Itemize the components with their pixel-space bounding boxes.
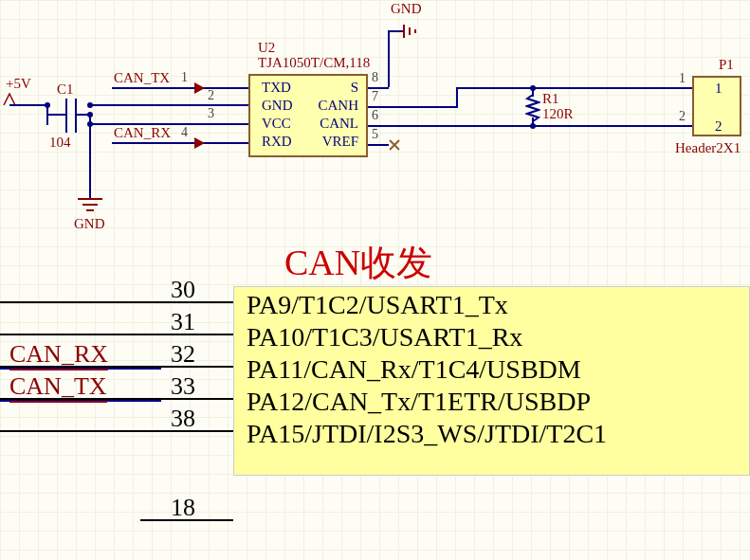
mcu-pin-stub xyxy=(0,430,233,432)
u2-pin1-num: 1 xyxy=(181,70,188,85)
u2-pin3-name: VCC xyxy=(262,116,291,132)
schematic-title: CAN收发 xyxy=(284,239,432,287)
u2-pin2-name: GND xyxy=(262,98,293,114)
wire xyxy=(46,114,48,125)
u2-pin3-num: 3 xyxy=(208,106,214,121)
c1-value: 104 xyxy=(49,135,71,151)
arrow-icon xyxy=(193,136,207,150)
p1-pin2-label: 2 xyxy=(715,118,723,135)
u2-pin6-num: 6 xyxy=(372,108,378,123)
net-canrx: CAN_RX xyxy=(114,125,171,141)
net-5v: +5V xyxy=(6,76,31,92)
wire xyxy=(112,142,248,144)
u2-pin5-num: 5 xyxy=(372,127,378,142)
u2-pin1-name: TXD xyxy=(262,80,291,96)
junction xyxy=(530,123,536,129)
mcu-net-cantx: CAN_TX xyxy=(9,372,107,403)
arrow-icon xyxy=(193,81,207,95)
p1-ref: P1 xyxy=(719,57,734,73)
wire xyxy=(368,144,389,146)
mcu-pin33-func: PA12/CAN_Tx/T1ETR/USBDP xyxy=(247,387,591,417)
net-gnd-left: GND xyxy=(74,216,105,232)
mcu-pin18-num: 18 xyxy=(171,494,195,522)
c1-ref: C1 xyxy=(57,81,74,98)
wire xyxy=(112,87,248,89)
r1-value: 120R xyxy=(542,106,574,122)
mcu-pin32-func: PA11/CAN_Rx/T1C4/USBDM xyxy=(247,354,581,385)
wire xyxy=(675,125,692,127)
mcu-pin30-func: PA9/T1C2/USART1_Tx xyxy=(247,290,508,320)
wire xyxy=(89,104,248,106)
wire xyxy=(388,30,390,87)
u2-pin8-num: 8 xyxy=(372,70,378,85)
p1-pin1-num: 1 xyxy=(679,71,686,86)
wire xyxy=(9,104,47,106)
gnd-symbol-icon xyxy=(74,197,106,216)
mcu-pin30-num: 30 xyxy=(171,276,195,304)
mcu-pin-stub xyxy=(0,334,233,335)
wire xyxy=(456,87,458,108)
wire xyxy=(456,125,676,127)
wire xyxy=(368,106,457,108)
mcu-pin33-num: 33 xyxy=(171,372,195,401)
u2-pin4-name: RXD xyxy=(262,134,292,150)
no-connect-icon xyxy=(388,138,401,152)
wire xyxy=(675,87,692,89)
mcu-pin38-num: 38 xyxy=(171,405,195,433)
gnd-symbol-icon xyxy=(400,19,427,44)
u2-pin8-name: S xyxy=(305,80,358,96)
u2-pin7-num: 7 xyxy=(372,89,378,104)
net-gnd-top: GND xyxy=(391,1,422,17)
junction xyxy=(530,85,536,91)
junction xyxy=(87,102,93,108)
wire xyxy=(368,125,457,127)
u2-pin5-name: VREF xyxy=(305,134,358,150)
mcu-pin31-num: 31 xyxy=(171,308,195,336)
wire xyxy=(456,87,676,89)
wire xyxy=(47,114,66,116)
mcu-net-canrx: CAN_RX xyxy=(9,340,108,370)
u2-pin2-num: 2 xyxy=(208,88,214,103)
mcu-pin31-func: PA10/T1C3/USART1_Rx xyxy=(247,322,522,352)
p1-part: Header2X1 xyxy=(675,140,741,156)
net-cantx: CAN_TX xyxy=(114,70,170,86)
resistor-icon xyxy=(525,95,540,121)
p1-pin1-label: 1 xyxy=(715,81,723,97)
u2-ref: U2 xyxy=(258,40,275,56)
u2-pin4-num: 4 xyxy=(181,125,188,140)
junction xyxy=(87,121,93,127)
mcu-pin32-num: 32 xyxy=(171,340,195,369)
p1-pin2-num: 2 xyxy=(679,109,686,124)
capacitor-icon xyxy=(57,97,87,135)
wire xyxy=(207,123,248,125)
r1-ref: R1 xyxy=(542,91,559,107)
mcu-pin-stub xyxy=(0,301,233,303)
u2-part: TJA1050T/CM,118 xyxy=(258,55,370,71)
u2-pin6-name: CANL xyxy=(305,116,358,132)
u2-pin7-name: CANH xyxy=(305,98,358,114)
mcu-pin38-func: PA15/JTDI/I2S3_WS/JTDI/T2C1 xyxy=(247,419,607,449)
